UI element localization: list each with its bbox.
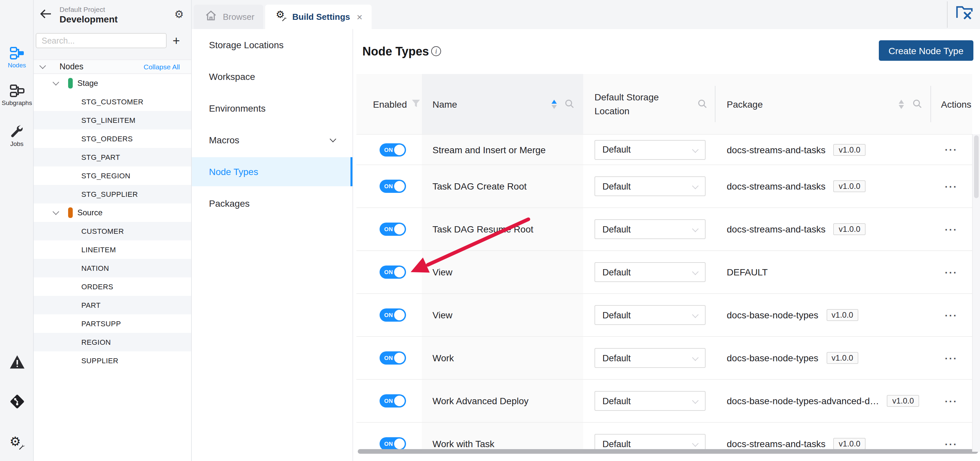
tree-item[interactable]: STG_REGION [34, 166, 191, 185]
settings-nav-item[interactable]: Node Types [192, 157, 352, 186]
tab-build-settings[interactable]: ⚙ Build Settings × [265, 5, 372, 29]
tree-item[interactable]: STG_SUPPLIER [34, 185, 191, 203]
storage-location-select[interactable]: Default [595, 348, 706, 368]
tree-item[interactable]: ORDERS [34, 277, 191, 296]
column-header-package[interactable]: Package [715, 74, 931, 134]
settings-nav-item[interactable]: Storage Locations [192, 30, 352, 59]
tree-item[interactable]: STG_CUSTOMER [34, 92, 191, 111]
tree-item[interactable]: Source [34, 203, 191, 222]
search-icon[interactable] [698, 99, 707, 110]
search-icon[interactable] [565, 99, 574, 110]
tree-item[interactable]: STG_LINEITEM [34, 111, 191, 130]
tree-item[interactable]: LINEITEM [34, 241, 191, 259]
row-actions-button[interactable]: ··· [945, 352, 958, 364]
chevron-down-icon[interactable] [52, 208, 59, 215]
rail-item-nodes[interactable]: Nodes [0, 46, 34, 69]
tree-item-label: STG_LINEITEM [81, 116, 135, 124]
row-actions-button[interactable]: ··· [945, 438, 958, 450]
tree-item[interactable]: REGION [34, 333, 191, 352]
storage-location-select[interactable]: Default [595, 176, 706, 196]
row-actions-button[interactable]: ··· [945, 395, 958, 407]
enabled-toggle[interactable]: ON [380, 394, 406, 407]
build-settings-icon[interactable]: ⚙ [0, 435, 34, 450]
package-name: docs-base-node-types [727, 353, 818, 363]
tree-item-label: STG_REGION [81, 172, 130, 180]
row-actions-button[interactable]: ··· [945, 266, 958, 278]
tree-item[interactable]: SUPPLIER [34, 352, 191, 370]
horizontal-scrollbar[interactable] [358, 449, 978, 454]
settings-nav-item[interactable]: Workspace [192, 62, 352, 91]
storage-location-select[interactable]: Default [595, 140, 706, 160]
storage-location-select[interactable]: Default [595, 219, 706, 239]
row-actions-button[interactable]: ··· [945, 223, 958, 235]
tree-item[interactable]: CUSTOMER [34, 222, 191, 241]
chevron-down-icon [39, 62, 46, 69]
storage-location-select[interactable]: Default [595, 391, 706, 411]
enabled-toggle[interactable]: ON [380, 352, 406, 364]
close-folder-icon[interactable] [956, 5, 974, 24]
tree-item-label: Source [77, 208, 102, 217]
tree-item-label: PART [81, 301, 100, 309]
add-node-button[interactable]: + [173, 34, 180, 47]
tree-item-label: SUPPLIER [81, 356, 118, 364]
enabled-toggle[interactable]: ON [380, 309, 406, 322]
package-name: docs-base-node-types-advanced-d… [727, 396, 879, 406]
enabled-toggle[interactable]: ON [380, 143, 406, 156]
settings-nav-item[interactable]: Macros [192, 125, 352, 155]
vertical-scrollbar-thumb[interactable] [974, 135, 979, 198]
column-header-storage[interactable]: Default Storage Location [583, 74, 715, 134]
filter-icon[interactable] [412, 99, 420, 109]
tree-item-label: CUSTOMER [81, 227, 124, 235]
project-settings-gear-icon[interactable]: ⚙ [174, 8, 184, 21]
node-type-name: Task DAG Resume Root [433, 224, 533, 234]
settings-nav-item-label: Packages [209, 198, 250, 209]
tree-item[interactable]: NATION [34, 259, 191, 277]
collapse-all-link[interactable]: Collapse All [143, 63, 180, 71]
jobs-wrench-icon [10, 125, 24, 138]
tree-item[interactable]: Stage [34, 74, 191, 92]
table-row: ON Work Default [356, 336, 972, 379]
tab-browser[interactable]: Browser [194, 5, 263, 29]
rail-item-subgraphs[interactable]: Subgraphs [0, 84, 34, 106]
rail-item-jobs[interactable]: Jobs [0, 125, 34, 147]
enabled-toggle[interactable]: ON [380, 437, 406, 450]
node-tree: Stage STG_CUSTOMER STG_LINEITEM STG_ORDE… [34, 74, 191, 370]
tree-item-label: STG_CUSTOMER [81, 98, 143, 106]
enabled-toggle[interactable]: ON [380, 223, 406, 236]
settings-nav-item[interactable]: Packages [192, 189, 352, 218]
settings-nav-item-label: Storage Locations [209, 40, 284, 50]
enabled-toggle[interactable]: ON [380, 180, 406, 193]
git-icon[interactable] [0, 394, 34, 409]
tree-item[interactable]: STG_PART [34, 148, 191, 166]
vertical-scrollbar[interactable] [972, 134, 980, 452]
row-actions-button[interactable]: ··· [945, 309, 958, 321]
info-icon[interactable]: i [431, 46, 441, 56]
column-header-enabled[interactable]: Enabled [356, 74, 422, 134]
tree-item[interactable]: PARTSUPP [34, 314, 191, 333]
warning-icon[interactable] [0, 355, 34, 369]
tree-item-label: NATION [81, 264, 109, 272]
settings-nav-item[interactable]: Environments [192, 94, 352, 123]
create-node-type-button[interactable]: Create Node Type [878, 40, 974, 61]
back-arrow-icon[interactable] [40, 9, 52, 21]
search-input[interactable] [36, 33, 167, 48]
table-row: ON Task DAG Resume Root Default [356, 208, 972, 250]
enabled-toggle[interactable]: ON [380, 266, 406, 279]
tree-item[interactable]: STG_ORDERS [34, 130, 191, 148]
close-icon[interactable]: × [357, 12, 363, 22]
sort-icons[interactable] [899, 100, 904, 109]
row-actions-button[interactable]: ··· [945, 144, 958, 155]
tree-item[interactable]: PART [34, 296, 191, 314]
row-actions-button[interactable]: ··· [945, 181, 958, 192]
chevron-down-icon[interactable] [52, 79, 59, 85]
search-icon[interactable] [913, 99, 922, 110]
column-header-name[interactable]: Name [422, 74, 583, 134]
storage-location-select[interactable]: Default [595, 262, 706, 282]
package-name: docs-streams-and-tasks [727, 439, 826, 449]
rail-label: Jobs [10, 140, 24, 147]
tree-header[interactable]: Nodes Collapse All [34, 59, 191, 74]
storage-location-select[interactable]: Default [595, 305, 706, 325]
tree-item-label: STG_ORDERS [81, 135, 133, 143]
project-panel-header: Default Project Development ⚙ + [34, 0, 191, 59]
sort-icons[interactable] [552, 100, 557, 109]
